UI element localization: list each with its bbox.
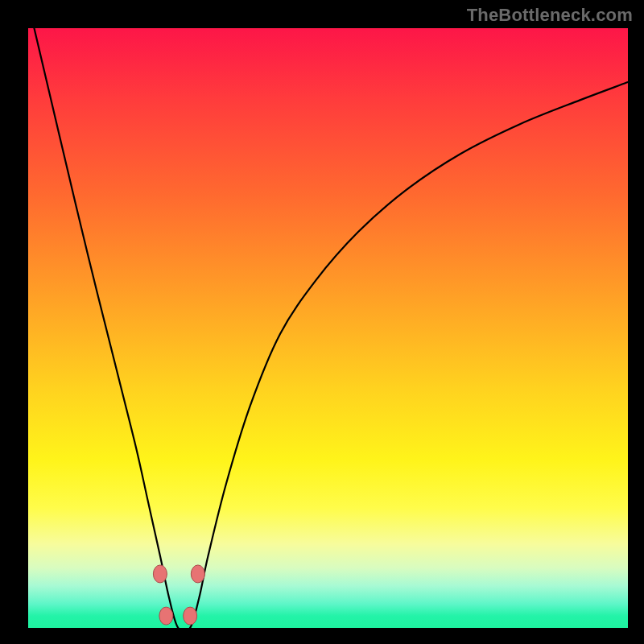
curve-marker	[184, 607, 197, 625]
outer-frame: TheBottleneck.com	[0, 0, 644, 644]
curve-markers	[153, 565, 204, 625]
curve-marker	[191, 565, 204, 583]
watermark-text: TheBottleneck.com	[467, 5, 633, 26]
curve-marker	[159, 607, 173, 625]
curve-layer	[28, 28, 628, 628]
bottleneck-curve	[34, 28, 628, 632]
curve-marker	[153, 565, 167, 583]
